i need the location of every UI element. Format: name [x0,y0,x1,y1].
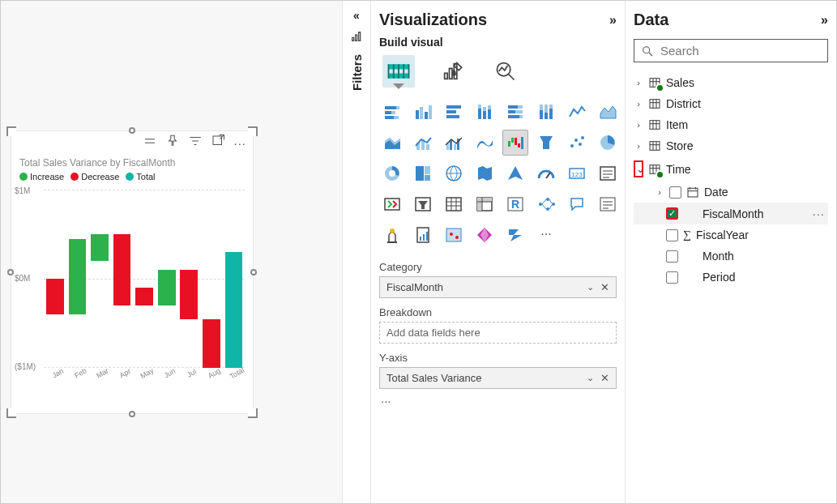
search-input[interactable] [659,43,821,58]
viz-type-funnel[interactable] [533,130,559,156]
viz-type-line-stacked-column[interactable] [410,130,436,156]
viz-type-smart-narrative[interactable] [595,191,621,217]
resize-handle-e[interactable] [250,269,257,275]
viz-type-line-clustered-column[interactable] [441,130,467,156]
field-fiscalyear[interactable]: ∑ FiscalYear [634,224,828,246]
checkbox-period[interactable] [666,271,678,284]
chevron-down-icon[interactable]: ⌄ [634,160,643,177]
viz-type-stacked-bar-h[interactable] [441,99,467,125]
legend-increase[interactable]: Increase [19,172,64,182]
viz-type-gauge[interactable] [533,160,559,186]
resize-handle-se[interactable] [248,408,258,418]
search-field[interactable] [634,39,828,62]
viz-type-stacked-bar[interactable] [379,99,405,125]
category-field-well[interactable]: FiscalMonth ⌄ ✕ [379,276,617,298]
checkbox-month[interactable] [666,250,678,263]
resize-handle-s[interactable] [129,411,135,417]
pin-icon[interactable] [165,134,180,152]
collapse-data-icon[interactable]: » [821,13,828,28]
viz-type-azure-map[interactable] [502,160,528,186]
resize-handle-sw[interactable] [6,408,16,418]
bar-total[interactable] [224,190,245,368]
resize-handle-w[interactable] [7,269,14,275]
bar-jan[interactable] [45,190,66,368]
field-period[interactable]: Period [634,267,828,288]
viz-type-line[interactable] [564,99,590,125]
table-store[interactable]: › Store [634,135,828,156]
resize-handle-n[interactable] [129,127,135,134]
field-month[interactable]: Month [634,246,828,267]
viz-type-qa[interactable] [564,191,590,217]
viz-type-multi-row-card[interactable] [595,160,621,186]
bar-jun[interactable] [156,190,177,368]
field-more-icon[interactable]: ··· [812,207,825,220]
filter-icon[interactable] [188,134,203,152]
more-options-icon[interactable]: ··· [233,136,246,150]
viz-type-stacked-area[interactable] [379,130,405,156]
filters-pane-collapsed[interactable]: « Filters [342,1,371,503]
viz-type-card[interactable]: 123 [564,160,590,186]
chevron-down-icon[interactable]: ⌄ [587,282,594,293]
bar-mar[interactable] [89,190,110,368]
table-district[interactable]: › District [634,93,828,114]
chevron-right-icon[interactable]: › [634,120,643,130]
viz-type-scatter[interactable] [564,130,590,156]
viz-type-donut[interactable] [379,160,405,186]
bar-aug[interactable] [201,190,222,368]
drag-grip-icon[interactable] [143,134,157,152]
viz-type-r-visual[interactable]: R [502,191,528,217]
viz-type-ribbon[interactable] [472,130,498,156]
bar-may[interactable] [134,190,155,368]
report-canvas[interactable]: ··· Total Sales Variance by FiscalMonth … [1,1,342,503]
viz-type-table[interactable] [441,191,467,217]
viz-type-power-apps[interactable] [472,222,498,248]
checkbox-fiscalmonth[interactable]: ✓ [666,207,678,220]
viz-type-more[interactable]: ··· [533,222,559,248]
chevron-right-icon[interactable]: › [634,141,643,151]
viz-type-arcgis[interactable] [441,222,467,248]
viz-type-area[interactable] [595,99,621,125]
viz-type-slicer[interactable] [410,191,436,217]
viz-type-matrix[interactable] [472,191,498,217]
bar-feb[interactable] [67,190,88,368]
resize-handle-nw[interactable] [6,126,16,136]
visual-card[interactable]: ··· Total Sales Variance by FiscalMonth … [11,130,254,414]
collapse-visualizations-icon[interactable]: » [609,13,617,28]
viz-type-waterfall[interactable] [502,130,528,156]
bar-apr[interactable] [112,190,133,368]
viz-type-goals[interactable] [379,222,405,248]
viz-type-filled-map[interactable] [472,160,498,186]
yaxis-field-well[interactable]: Total Sales Variance ⌄ ✕ [379,367,617,389]
breakdown-field-well[interactable]: Add data fields here [379,322,617,344]
viz-type-treemap[interactable] [410,160,436,186]
table-sales[interactable]: › Sales [634,72,828,93]
table-time[interactable]: ⌄ Time [634,156,828,182]
more-fields-icon[interactable]: ··· [379,389,617,412]
viz-type-decomposition-tree[interactable] [533,191,559,217]
viz-type-kpi[interactable] [379,191,405,217]
expand-filters-icon[interactable]: « [353,9,360,22]
viz-type-pie[interactable] [595,130,621,156]
checkbox-fiscalyear[interactable] [666,229,678,241]
format-visual-tab[interactable] [436,55,468,88]
field-date[interactable]: › Date [634,182,828,203]
bar-jul[interactable] [178,190,199,368]
viz-type-power-automate[interactable] [502,222,528,248]
viz-type-100-stacked-bar[interactable] [502,99,528,125]
build-visual-tab[interactable] [382,55,415,88]
viz-type-stacked-column[interactable] [472,99,498,125]
table-item[interactable]: › Item [634,114,828,135]
viz-type-100-stacked-column[interactable] [533,99,559,125]
chevron-down-icon[interactable]: ⌄ [587,373,594,383]
chevron-right-icon[interactable]: › [634,99,643,109]
chevron-right-icon[interactable]: › [634,78,643,88]
resize-handle-ne[interactable] [248,126,258,136]
viz-type-clustered-column[interactable] [410,99,436,125]
field-fiscalmonth[interactable]: ✓ FiscalMonth ··· [634,203,828,224]
focus-mode-icon[interactable] [211,134,225,152]
analytics-tab[interactable] [489,55,522,88]
chevron-right-icon[interactable]: › [655,187,664,197]
legend-total[interactable]: Total [126,172,155,182]
viz-type-paginated[interactable] [410,222,436,248]
viz-type-map[interactable] [441,160,467,186]
